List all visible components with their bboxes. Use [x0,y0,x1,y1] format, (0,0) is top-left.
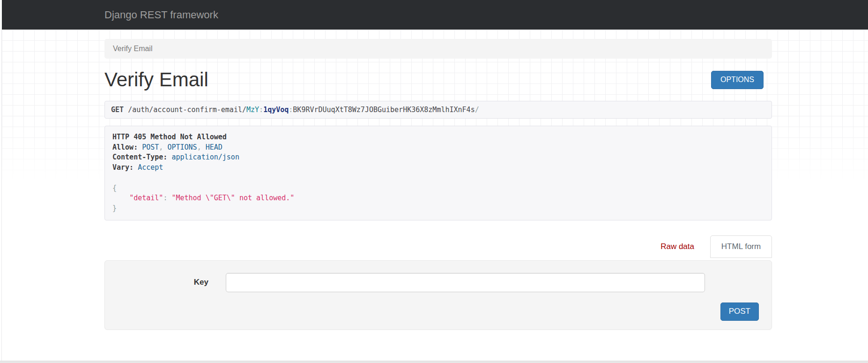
window-left-edge [1,30,2,361]
request-key-seg2: 1qyVoq [263,106,289,114]
json-detail-line: "detail": "Method \"GET\" not allowed." [112,193,764,204]
brand-link[interactable]: Django REST framework [104,9,218,21]
window-bottom-edge [0,361,868,363]
top-navbar: Django REST framework [2,0,868,30]
tab-html-form[interactable]: HTML form [710,235,772,258]
request-path: /auth/account-confirm-email/ [128,106,246,114]
key-input[interactable] [226,273,705,292]
post-button[interactable]: POST [720,302,759,321]
json-open-brace: { [112,183,764,194]
response-header-allow: Allow: POST, OPTIONS, HEAD [112,143,764,153]
page-header-row: Verify Email OPTIONS [104,65,772,94]
content-tabs: Raw data HTML form [104,235,772,258]
response-header-vary: Vary: Accept [112,163,764,173]
response-status-line: HTTP 405 Method Not Allowed [112,132,764,143]
breadcrumb: Verify Email [104,39,772,59]
key-field-row: Key [105,273,772,292]
options-button[interactable]: OPTIONS [711,71,764,89]
tab-raw-data[interactable]: Raw data [652,235,703,258]
form-action-row: POST [105,302,772,321]
page-title: Verify Email [104,65,208,94]
response-header-content-type: Content-Type: application/json [112,152,764,163]
key-field-label: Key [105,278,208,287]
response-blank-line [112,173,764,183]
html-form-panel: Key POST [104,260,772,330]
request-method: GET [111,106,124,114]
request-key-seg3: BK9RVrDUuqXtT8Wz7JOBGuiberHK36X8zMmlhIXn… [293,106,475,114]
request-key-seg1: MzY [246,106,259,114]
request-line: GET /auth/account-confirm-email/MzY:1qyV… [104,101,772,119]
main-container: Verify Email Verify Email OPTIONS GET /a… [104,39,772,330]
json-close-brace: } [112,204,764,214]
response-block: HTTP 405 Method Not Allowed Allow: POST,… [104,126,772,220]
breadcrumb-current: Verify Email [113,45,152,53]
